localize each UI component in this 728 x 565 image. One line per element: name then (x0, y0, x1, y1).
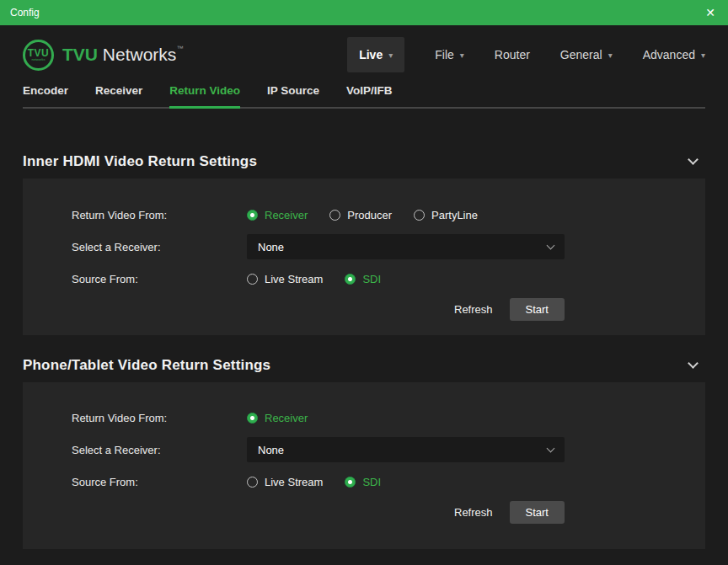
menu-item-router-label: Router (495, 48, 530, 61)
radio-unselected-icon (414, 210, 425, 221)
receiver-select-value: None (258, 444, 284, 456)
section-header-phone-tablet: Phone/Tablet Video Return Settings (23, 349, 705, 382)
menu-item-file[interactable]: File ▾ (435, 48, 464, 61)
source-from-group: Live Stream SDI (247, 476, 381, 488)
menu-item-router[interactable]: Router (495, 48, 530, 61)
actions-row: Refresh Start (72, 298, 705, 321)
title-bar: Config ✕ (0, 0, 728, 25)
radio-selected-icon (247, 413, 258, 424)
config-window: Config ✕ TVU networks TVU Networks™ Live… (0, 0, 728, 565)
radio-partyline[interactable]: PartyLine (414, 209, 478, 221)
source-from-row: Source From: Live Stream SDI (72, 469, 705, 494)
radio-receiver-label: Receiver (265, 412, 308, 424)
source-from-label: Source From: (72, 476, 247, 488)
tvu-logo-icon: TVU networks (23, 40, 54, 71)
radio-selected-icon (345, 477, 356, 488)
return-video-from-group: Receiver (247, 412, 308, 424)
radio-selected-icon (247, 210, 258, 221)
radio-sdi[interactable]: SDI (345, 273, 381, 285)
menu-item-file-label: File (435, 48, 454, 61)
tab-bar: Encoder Receiver Return Video IP Source … (23, 84, 705, 109)
collapse-chevron-icon[interactable] (688, 358, 699, 369)
refresh-button[interactable]: Refresh (454, 303, 493, 316)
radio-sdi[interactable]: SDI (345, 476, 381, 488)
brand-name-bold: TVU (62, 45, 98, 64)
close-icon[interactable]: ✕ (703, 6, 718, 19)
section-title: Inner HDMI Video Return Settings (23, 153, 257, 170)
start-button[interactable]: Start (510, 501, 565, 524)
source-from-label: Source From: (72, 273, 247, 285)
chevron-down-icon (547, 241, 555, 249)
trademark-symbol: ™ (176, 45, 183, 52)
tab-ip-source[interactable]: IP Source (267, 84, 319, 107)
window-title: Config (10, 7, 40, 19)
radio-receiver[interactable]: Receiver (247, 412, 308, 424)
radio-live-stream[interactable]: Live Stream (247, 476, 323, 488)
start-button[interactable]: Start (510, 298, 565, 321)
actions-row: Refresh Start (72, 501, 705, 524)
refresh-button[interactable]: Refresh (454, 506, 493, 519)
brand-name: TVU Networks™ (62, 45, 183, 65)
radio-unselected-icon (329, 210, 340, 221)
select-receiver-row: Select a Receiver: None (72, 234, 705, 259)
chevron-down-icon (547, 444, 555, 452)
radio-live-stream[interactable]: Live Stream (247, 273, 323, 285)
tab-receiver[interactable]: Receiver (95, 84, 142, 107)
receiver-select[interactable]: None (247, 437, 565, 462)
menu-item-general-label: General (560, 48, 602, 61)
logo-badge-subtext: networks (31, 58, 45, 61)
receiver-select[interactable]: None (247, 234, 565, 259)
source-from-row: Source From: Live Stream SDI (72, 266, 705, 291)
menu-item-live[interactable]: Live ▾ (347, 37, 404, 72)
panel-phone-tablet: Return Video From: Receiver Select a Rec… (23, 382, 705, 549)
menu-item-general[interactable]: General ▾ (560, 48, 613, 61)
receiver-select-value: None (258, 241, 284, 253)
radio-unselected-icon (247, 477, 258, 488)
radio-sdi-label: SDI (362, 273, 381, 285)
radio-producer[interactable]: Producer (329, 209, 392, 221)
return-video-from-group: Receiver Producer PartyLine (247, 209, 478, 221)
radio-live-stream-label: Live Stream (265, 273, 323, 285)
radio-unselected-icon (247, 274, 258, 285)
radio-live-stream-label: Live Stream (265, 476, 323, 488)
panel-inner-hdmi: Return Video From: Receiver Producer (23, 179, 705, 335)
chevron-down-icon: ▾ (388, 51, 393, 60)
select-receiver-label: Select a Receiver: (72, 241, 247, 253)
section-header-inner-hdmi: Inner HDMI Video Return Settings (23, 145, 705, 179)
select-receiver-label: Select a Receiver: (72, 444, 247, 456)
radio-partyline-label: PartyLine (431, 209, 478, 221)
return-video-from-label: Return Video From: (72, 209, 247, 221)
tab-encoder[interactable]: Encoder (23, 84, 68, 107)
chevron-down-icon: ▾ (701, 51, 705, 60)
source-from-group: Live Stream SDI (247, 273, 381, 285)
chevron-down-icon: ▾ (460, 51, 464, 60)
return-video-from-label: Return Video From: (72, 412, 247, 424)
radio-receiver[interactable]: Receiver (247, 209, 308, 221)
radio-receiver-label: Receiver (265, 209, 308, 221)
select-receiver-row: Select a Receiver: None (72, 437, 705, 462)
radio-selected-icon (345, 274, 356, 285)
tab-voip-ifb[interactable]: VoIP/IFB (346, 84, 393, 107)
menu-item-live-label: Live (359, 48, 383, 61)
menu-item-advanced[interactable]: Advanced ▾ (643, 48, 705, 61)
radio-sdi-label: SDI (362, 476, 381, 488)
menu-item-advanced-label: Advanced (643, 48, 695, 61)
chevron-down-icon: ▾ (608, 51, 613, 60)
collapse-chevron-icon[interactable] (688, 154, 699, 165)
app-header: TVU networks TVU Networks™ Live ▾ File ▾… (23, 30, 705, 79)
app-surface: TVU networks TVU Networks™ Live ▾ File ▾… (0, 25, 728, 565)
return-video-from-row: Return Video From: Receiver Producer (72, 202, 705, 227)
logo-badge-text: TVU (28, 49, 50, 58)
section-title: Phone/Tablet Video Return Settings (23, 357, 270, 374)
return-video-from-row: Return Video From: Receiver (72, 405, 705, 430)
main-content: Inner HDMI Video Return Settings Return … (23, 108, 705, 549)
tab-return-video[interactable]: Return Video (169, 84, 240, 109)
main-menu: Live ▾ File ▾ Router General ▾ Advanced … (347, 37, 705, 72)
radio-producer-label: Producer (347, 209, 392, 221)
brand-name-rest: Networks (103, 45, 177, 64)
